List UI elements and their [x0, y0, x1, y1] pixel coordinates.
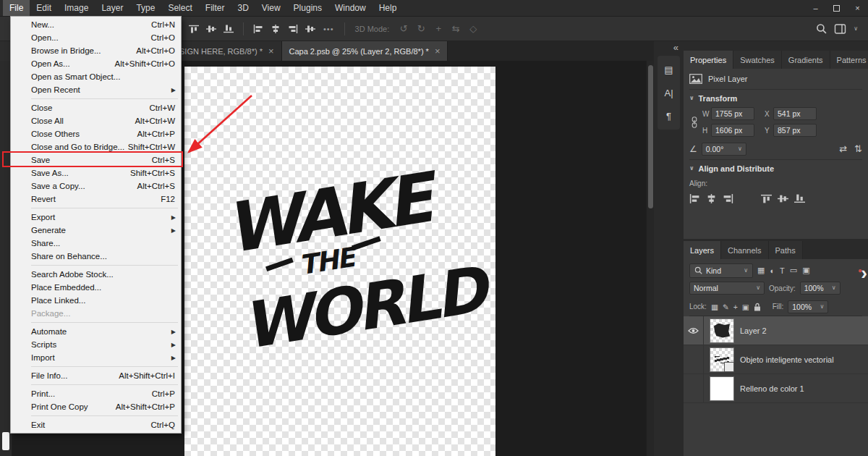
- file-menu-item[interactable]: Package...: [11, 307, 181, 320]
- align-bottom-edges-button[interactable]: [794, 194, 805, 203]
- more-options-icon[interactable]: •••: [323, 25, 334, 33]
- menubar-item[interactable]: Filter: [199, 0, 231, 16]
- layer-thumbnail[interactable]: [710, 318, 734, 343]
- transform-section-header[interactable]: Transform: [689, 90, 862, 107]
- file-menu-item[interactable]: Scripts: [11, 338, 181, 351]
- file-menu-item[interactable]: Import: [11, 351, 181, 364]
- menubar-item[interactable]: Type: [129, 0, 161, 16]
- file-menu-item[interactable]: Open as Smart Object...: [11, 70, 181, 83]
- file-menu-item[interactable]: Save a Copy... Alt+Ctrl+S: [11, 180, 181, 193]
- file-menu-item[interactable]: Open As... Alt+Shift+Ctrl+O: [11, 57, 181, 70]
- file-menu-item[interactable]: Automate: [11, 325, 181, 338]
- expand-panel-chevron-icon[interactable]: [861, 262, 867, 284]
- menubar-item[interactable]: Help: [373, 0, 404, 16]
- filter-shape-layers-icon[interactable]: ▭: [790, 266, 797, 275]
- visibility-toggle[interactable]: [684, 345, 704, 373]
- align-top-edges-button[interactable]: [185, 21, 203, 37]
- file-menu-item[interactable]: Search Adobe Stock...: [11, 268, 181, 281]
- foreground-color-swatch[interactable]: [2, 432, 9, 450]
- align-left-edges-button[interactable]: [250, 21, 267, 37]
- visibility-toggle[interactable]: [684, 374, 704, 402]
- layer-name[interactable]: Objeto inteligente vectorial: [740, 345, 834, 373]
- rotation-angle-input[interactable]: 0.00°: [702, 143, 746, 156]
- distribute-button[interactable]: [302, 21, 319, 37]
- panel-tab[interactable]: Gradients: [782, 51, 830, 69]
- file-menu-item[interactable]: Close All Alt+Ctrl+W: [11, 114, 181, 127]
- file-menu-item[interactable]: Exit Ctrl+Q: [11, 418, 181, 431]
- menubar-item[interactable]: Image: [58, 0, 95, 16]
- align-vertical-centers-button[interactable]: [778, 194, 788, 203]
- opacity-input[interactable]: 100%: [800, 282, 841, 295]
- layer-row[interactable]: Layer 2: [684, 316, 868, 345]
- tab-close-button[interactable]: ×: [435, 46, 441, 56]
- panel-tab[interactable]: Properties: [684, 51, 733, 69]
- link-dimensions-icon[interactable]: [689, 107, 699, 137]
- align-horizontal-centers-button[interactable]: [267, 21, 284, 37]
- y-position-input[interactable]: 857 px: [773, 124, 817, 137]
- flip-horizontal-icon[interactable]: [839, 143, 847, 154]
- blend-mode-dropdown[interactable]: Normal: [689, 282, 765, 295]
- file-menu-item[interactable]: [11, 382, 181, 387]
- file-menu-item[interactable]: [11, 320, 181, 325]
- workspace-switcher-icon[interactable]: [834, 24, 846, 34]
- file-menu-item[interactable]: [11, 413, 181, 418]
- document-tab[interactable]: Capa 2.psb @ 25% (Layer 2, RGB/8*) * ×: [282, 41, 448, 61]
- menubar-item[interactable]: Select: [161, 0, 198, 16]
- file-menu-item[interactable]: Place Embedded...: [11, 281, 181, 294]
- layer-row[interactable]: Relleno de color 1: [684, 374, 868, 403]
- file-menu-item[interactable]: Close Ctrl+W: [11, 101, 181, 114]
- file-menu-item[interactable]: Save As... Shift+Ctrl+S: [11, 166, 181, 180]
- menubar-item[interactable]: Edit: [30, 0, 58, 16]
- layer-row[interactable]: Objeto inteligente vectorial: [684, 345, 868, 374]
- scrollbar-thumb[interactable]: [648, 65, 653, 208]
- file-menu-item[interactable]: Open Recent: [11, 83, 181, 96]
- menubar-item[interactable]: 3D: [231, 0, 255, 16]
- align-horizontal-centers-button[interactable]: [706, 194, 717, 203]
- lock-position-icon[interactable]: +: [733, 303, 738, 311]
- search-icon[interactable]: [816, 23, 827, 34]
- panel-tab[interactable]: Paths: [769, 241, 803, 259]
- file-menu-item[interactable]: Revert F12: [11, 193, 181, 206]
- menubar-item[interactable]: Layer: [95, 0, 129, 16]
- paragraph-panel-icon[interactable]: ¶: [658, 104, 680, 127]
- file-menu-item[interactable]: Browse in Bridge... Alt+Ctrl+O: [11, 44, 181, 57]
- panel-tab[interactable]: Patterns: [830, 51, 868, 69]
- file-menu-item[interactable]: New... Ctrl+N: [11, 18, 181, 31]
- width-input[interactable]: 1755 px: [711, 107, 754, 120]
- filter-kind-dropdown[interactable]: Kind: [689, 263, 753, 278]
- lock-image-pixels-icon[interactable]: ✎: [723, 303, 729, 311]
- file-menu-item[interactable]: Open... Ctrl+O: [11, 31, 181, 44]
- panel-tab[interactable]: Channels: [721, 241, 768, 259]
- restore-button[interactable]: [826, 0, 847, 16]
- panel-tab[interactable]: Layers: [684, 241, 721, 259]
- vertical-scrollbar[interactable]: [646, 61, 654, 456]
- filter-pixel-layers-icon[interactable]: ▦: [757, 266, 765, 275]
- fill-input[interactable]: 100%: [788, 300, 828, 313]
- file-menu-item[interactable]: [11, 96, 181, 101]
- close-button[interactable]: ×: [847, 0, 868, 16]
- file-menu-item[interactable]: Export: [11, 211, 181, 224]
- align-right-edges-button[interactable]: [284, 21, 302, 37]
- file-menu-item[interactable]: Share on Behance...: [11, 250, 181, 263]
- flip-vertical-icon[interactable]: [854, 143, 862, 154]
- menubar-item[interactable]: View: [255, 0, 287, 16]
- file-menu-item[interactable]: Place Linked...: [11, 294, 181, 307]
- character-panel-icon[interactable]: A|: [658, 81, 680, 104]
- visibility-toggle[interactable]: [684, 316, 704, 345]
- layer-name[interactable]: Layer 2: [740, 316, 767, 345]
- glyphs-panel-icon[interactable]: ▤: [658, 58, 680, 81]
- align-bottom-edges-button[interactable]: [220, 21, 237, 37]
- file-menu-item[interactable]: Share...: [11, 237, 181, 250]
- lock-artboard-icon[interactable]: ▣: [742, 303, 749, 311]
- layer-name[interactable]: Relleno de color 1: [740, 374, 804, 402]
- file-menu-item[interactable]: [11, 263, 181, 268]
- filter-adjustment-layers-icon[interactable]: ◐: [770, 266, 775, 275]
- tab-close-button[interactable]: ×: [268, 46, 274, 56]
- file-menu-item[interactable]: Close Others Alt+Ctrl+P: [11, 127, 181, 140]
- filter-smart-objects-icon[interactable]: ▣: [802, 266, 809, 275]
- file-menu-item[interactable]: File Info... Alt+Shift+Ctrl+I: [11, 369, 181, 382]
- workspace-caret-icon[interactable]: [854, 26, 858, 32]
- file-menu-item[interactable]: Generate: [11, 224, 181, 237]
- minimize-button[interactable]: –: [805, 0, 826, 16]
- file-menu-item[interactable]: Print... Ctrl+P: [11, 387, 181, 400]
